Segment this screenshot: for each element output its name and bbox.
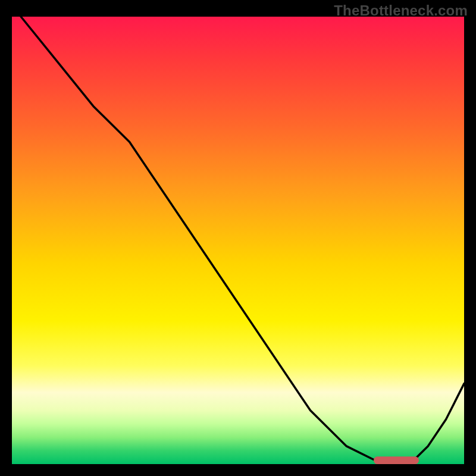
watermark-text: TheBottleneck.com [334,2,468,19]
chart-frame: TheBottleneck.com [0,0,476,476]
frame-border-left [0,0,12,476]
frame-border-right [464,0,476,476]
plot-area [12,17,464,464]
frame-border-bottom [0,464,476,476]
